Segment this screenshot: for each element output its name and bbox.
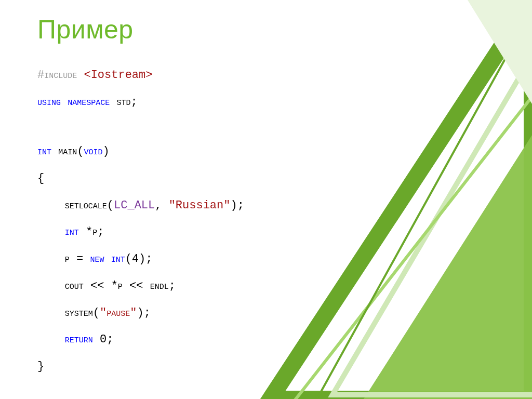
code-line: system("pause"); [37, 305, 244, 321]
space [104, 252, 111, 265]
svg-marker-3 [291, 73, 532, 399]
indent [37, 225, 65, 238]
slide-title: Пример [37, 15, 134, 45]
code-line: int main(void) [37, 144, 244, 159]
code-line: p = new int(4); [37, 251, 244, 267]
fn: system [65, 307, 93, 320]
punct: ( [93, 307, 100, 320]
punct: , [155, 199, 168, 212]
rest: 0; [93, 333, 114, 346]
constant: LC_ALL [114, 199, 155, 212]
indent [37, 199, 65, 212]
code-line: #include <iostream> [37, 68, 244, 83]
code-line: setlocale(LC_ALL, "Russian"); [37, 198, 244, 214]
keyword: int [65, 225, 79, 238]
slide: Пример #include <iostream> using namespa… [0, 0, 532, 399]
punct: ( [107, 199, 114, 212]
assign: p = [65, 252, 90, 265]
code-line: { [37, 171, 244, 187]
code-line: using namespace std; [37, 95, 244, 110]
brace: } [37, 360, 44, 373]
preprocessor: #include [37, 69, 84, 82]
code-line: cout << *p << endl; [37, 278, 244, 294]
string: "pause" [100, 307, 137, 320]
punct: ; [130, 96, 137, 109]
punct: ); [137, 307, 150, 320]
keyword: using [37, 96, 61, 109]
indent [37, 280, 65, 292]
svg-marker-5 [468, 0, 532, 104]
string: "Russian" [169, 199, 231, 212]
rest: (4); [125, 252, 153, 265]
identifier: main [51, 145, 77, 158]
code-block: #include <iostream> using namespace std;… [37, 68, 244, 386]
code-line: } [37, 359, 244, 375]
svg-line-4 [317, 10, 532, 399]
include-header: <iostream> [84, 69, 152, 82]
rest: *p; [79, 225, 104, 238]
brace: { [37, 172, 44, 185]
keyword: return [65, 333, 93, 346]
svg-marker-1 [364, 135, 532, 399]
statement: cout << *p << endl; [65, 280, 176, 292]
keyword: namespace [68, 96, 110, 109]
code-line: return 0; [37, 332, 244, 348]
code-line: int *p; [37, 224, 244, 240]
keyword: void [84, 145, 102, 158]
punct: ) [102, 145, 109, 158]
keyword: int [111, 252, 125, 265]
indent [37, 252, 65, 265]
keyword: int [37, 145, 51, 158]
svg-marker-2 [332, 42, 532, 395]
svg-marker-0 [270, 0, 532, 399]
punct: ( [77, 145, 84, 158]
identifier: std [110, 96, 130, 109]
keyword: new [90, 252, 104, 265]
blank-line [37, 121, 244, 132]
fn: setlocale [65, 199, 107, 212]
indent [37, 307, 65, 320]
indent [37, 333, 65, 346]
punct: ); [230, 199, 244, 212]
